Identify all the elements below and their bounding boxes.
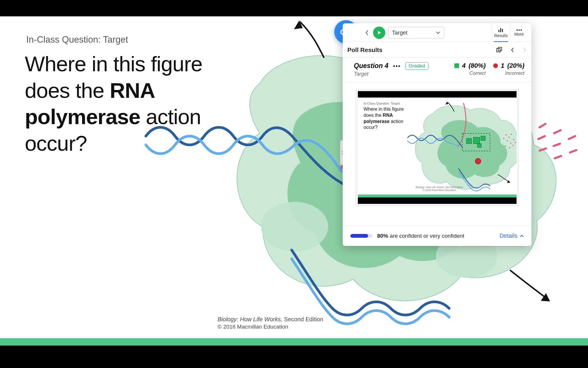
- confidence-footer: 80% are confident or very confident Deta…: [343, 225, 531, 246]
- svg-point-16: [520, 29, 522, 31]
- stats: 4 (80%) Correct 1 (20%) Incorrect: [454, 62, 524, 76]
- question-title: Question 4: [354, 62, 388, 70]
- play-icon: [377, 30, 382, 35]
- svg-point-19: [505, 134, 507, 136]
- svg-rect-12: [500, 28, 501, 32]
- svg-rect-33: [481, 136, 485, 140]
- thumb-label: In-Class Question: Target: [364, 102, 400, 105]
- graded-badge: Graded: [405, 62, 428, 70]
- svg-point-15: [518, 29, 520, 31]
- svg-line-9: [569, 136, 575, 139]
- incorrect-stat: 1 (20%) Incorrect: [493, 62, 524, 76]
- thumb-black-bar-top: [358, 91, 517, 98]
- prev-question-button[interactable]: [510, 47, 514, 53]
- correct-pct: (80%): [468, 62, 486, 70]
- details-label: Details: [500, 232, 517, 239]
- select-value: Target: [392, 29, 407, 36]
- svg-line-6: [554, 130, 561, 133]
- results-tab-label: Results: [494, 33, 508, 38]
- question-summary: Question 4 ••• Graded Target 4 (80%) Cor…: [343, 58, 531, 82]
- slide-question: Where in this figure does the RNA polyme…: [25, 51, 206, 157]
- svg-point-21: [511, 134, 512, 135]
- svg-point-24: [513, 139, 514, 140]
- thumb-credit: Biology: How Life Works, Second Edition …: [410, 186, 469, 192]
- results-tab[interactable]: Results: [492, 23, 510, 42]
- svg-point-20: [508, 137, 510, 138]
- svg-line-5: [540, 148, 546, 151]
- credit-edition: Second Edition: [282, 316, 323, 322]
- question-menu-button[interactable]: •••: [393, 63, 401, 69]
- svg-point-28: [503, 138, 504, 139]
- preview-area: In-Class Question: Target Where in this …: [343, 82, 531, 225]
- incorrect-marker: [475, 158, 481, 164]
- chevron-up-icon: [520, 235, 524, 237]
- more-tab-label: More: [514, 32, 524, 37]
- svg-point-14: [516, 29, 518, 31]
- slide-label: In-Class Question: Target: [26, 34, 128, 45]
- accent-bar: [0, 338, 588, 346]
- svg-line-7: [554, 144, 560, 146]
- confidence-pct: 80%: [377, 233, 388, 239]
- svg-rect-32: [473, 137, 480, 144]
- panel-toolbar: Target Results More: [343, 23, 531, 42]
- slide-thumbnail[interactable]: In-Class Question: Target Where in this …: [356, 89, 519, 206]
- correct-swatch: [454, 63, 459, 68]
- correct-stat: 4 (80%) Correct: [454, 62, 486, 76]
- popout-icon[interactable]: [496, 47, 502, 53]
- copyright-line: © 2016 Macmillan Education: [218, 324, 288, 330]
- svg-line-3: [540, 124, 545, 127]
- poll-results-title: Poll Results: [347, 46, 382, 53]
- incorrect-count: 1: [501, 62, 504, 70]
- svg-point-29: [515, 142, 516, 143]
- correct-label: Correct: [469, 70, 486, 76]
- thumb-black-bar-bottom: [358, 197, 517, 204]
- thumb-figure: [402, 100, 517, 193]
- poll-results-panel: Target Results More Poll Re: [343, 23, 531, 246]
- next-question-button[interactable]: [523, 47, 527, 53]
- incorrect-pct: (20%): [507, 62, 524, 70]
- confidence-rest: are confident or very confident: [388, 233, 464, 239]
- confidence-bar: [350, 234, 372, 238]
- more-icon: [516, 29, 522, 31]
- confidence-text: 80% are confident or very confident: [377, 233, 464, 239]
- bar-chart-icon: [498, 27, 504, 33]
- back-button[interactable]: [364, 27, 370, 39]
- svg-point-22: [507, 140, 508, 141]
- svg-point-1: [261, 202, 328, 251]
- svg-line-4: [538, 136, 545, 139]
- svg-rect-31: [466, 138, 472, 144]
- svg-point-25: [505, 145, 506, 147]
- svg-point-26: [509, 147, 510, 148]
- details-button[interactable]: Details: [500, 232, 524, 239]
- chevron-down-icon: [436, 31, 440, 34]
- svg-line-10: [570, 150, 576, 152]
- svg-point-23: [510, 143, 511, 144]
- more-tab[interactable]: More: [510, 23, 528, 42]
- poll-header: Poll Results: [343, 42, 531, 58]
- credit-line: Biology: How Life Works, Second Edition: [218, 316, 323, 323]
- svg-line-8: [555, 156, 561, 158]
- question-subtitle: Target: [354, 71, 428, 77]
- svg-point-27: [512, 145, 514, 146]
- correct-count: 4: [462, 62, 466, 70]
- svg-rect-11: [498, 30, 499, 32]
- incorrect-swatch: [493, 63, 498, 68]
- incorrect-label: Incorrect: [505, 70, 524, 76]
- confidence-bar-fill: [350, 234, 368, 238]
- play-button[interactable]: [373, 27, 385, 39]
- question-type-select[interactable]: Target: [388, 27, 444, 39]
- chevron-left-icon: [365, 30, 369, 36]
- svg-rect-34: [477, 144, 481, 147]
- credit-title: Biology: How Life Works,: [218, 316, 282, 322]
- thumb-accent-bar: [358, 195, 517, 197]
- svg-rect-13: [502, 29, 503, 32]
